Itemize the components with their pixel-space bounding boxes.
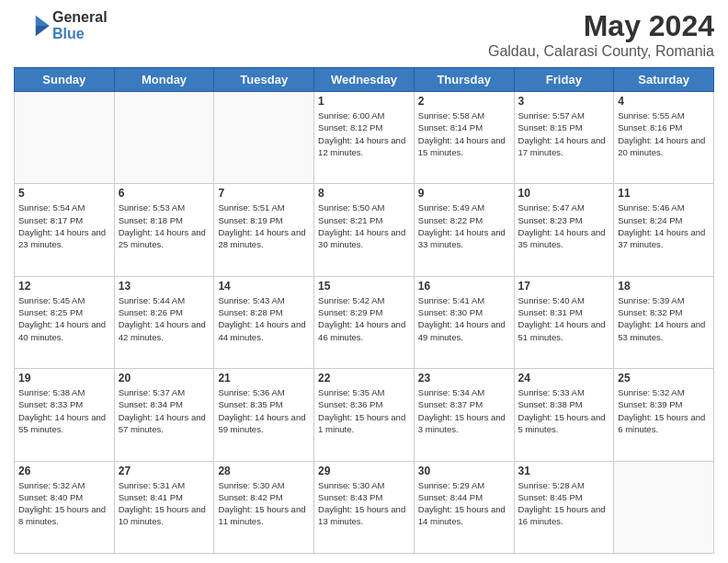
weekday-header-monday: Monday	[114, 68, 214, 92]
day-number: 5	[18, 187, 110, 200]
day-info: Sunrise: 5:36 AMSunset: 8:35 PMDaylight:…	[218, 386, 310, 435]
calendar-cell: 5Sunrise: 5:54 AMSunset: 8:17 PMDaylight…	[15, 184, 115, 276]
day-info: Sunrise: 5:45 AMSunset: 8:25 PMDaylight:…	[18, 294, 110, 343]
day-info: Sunrise: 5:37 AMSunset: 8:34 PMDaylight:…	[119, 386, 210, 435]
day-info: Sunrise: 5:30 AMSunset: 8:42 PMDaylight:…	[218, 479, 310, 528]
calendar-cell	[614, 461, 714, 553]
weekday-header-friday: Friday	[514, 68, 614, 92]
calendar-cell: 19Sunrise: 5:38 AMSunset: 8:33 PMDayligh…	[15, 369, 115, 461]
calendar-cell: 12Sunrise: 5:45 AMSunset: 8:25 PMDayligh…	[15, 276, 115, 368]
day-info: Sunrise: 5:49 AMSunset: 8:22 PMDaylight:…	[418, 201, 510, 250]
day-number: 31	[518, 465, 610, 477]
calendar-cell: 6Sunrise: 5:53 AMSunset: 8:18 PMDaylight…	[114, 184, 214, 276]
day-number: 2	[418, 95, 510, 108]
calendar-cell: 28Sunrise: 5:30 AMSunset: 8:42 PMDayligh…	[214, 461, 314, 553]
calendar-cell: 16Sunrise: 5:41 AMSunset: 8:30 PMDayligh…	[414, 276, 514, 368]
weekday-header-thursday: Thursday	[414, 68, 514, 92]
day-number: 26	[18, 465, 110, 477]
day-info: Sunrise: 5:28 AMSunset: 8:45 PMDaylight:…	[518, 479, 610, 528]
calendar-cell: 23Sunrise: 5:34 AMSunset: 8:37 PMDayligh…	[414, 369, 514, 461]
day-number: 20	[119, 372, 210, 385]
day-info: Sunrise: 5:31 AMSunset: 8:41 PMDaylight:…	[119, 479, 210, 528]
calendar-cell: 4Sunrise: 5:55 AMSunset: 8:16 PMDaylight…	[614, 92, 714, 184]
location-subtitle: Galdau, Calarasi County, Romania	[488, 43, 714, 60]
day-info: Sunrise: 5:38 AMSunset: 8:33 PMDaylight:…	[18, 386, 110, 435]
day-info: Sunrise: 5:29 AMSunset: 8:44 PMDaylight:…	[418, 479, 510, 528]
day-number: 24	[518, 372, 610, 385]
day-number: 23	[418, 372, 510, 385]
weekday-header-row: SundayMondayTuesdayWednesdayThursdayFrid…	[15, 68, 714, 92]
logo-text-block: General Blue	[52, 9, 108, 41]
day-number: 3	[518, 95, 610, 108]
svg-marker-0	[36, 15, 50, 25]
day-number: 8	[318, 187, 410, 200]
svg-marker-1	[36, 26, 50, 36]
weekday-header-wednesday: Wednesday	[314, 68, 415, 92]
logo: General Blue	[14, 9, 108, 41]
day-number: 17	[518, 280, 610, 293]
calendar-cell: 15Sunrise: 5:42 AMSunset: 8:29 PMDayligh…	[314, 276, 415, 368]
calendar-cell: 18Sunrise: 5:39 AMSunset: 8:32 PMDayligh…	[614, 276, 714, 368]
calendar-cell: 22Sunrise: 5:35 AMSunset: 8:36 PMDayligh…	[314, 369, 415, 461]
day-number: 10	[518, 187, 610, 200]
day-info: Sunrise: 6:00 AMSunset: 8:12 PMDaylight:…	[318, 109, 410, 158]
day-info: Sunrise: 5:43 AMSunset: 8:28 PMDaylight:…	[218, 294, 310, 343]
day-info: Sunrise: 5:57 AMSunset: 8:15 PMDaylight:…	[518, 109, 610, 158]
calendar-cell: 20Sunrise: 5:37 AMSunset: 8:34 PMDayligh…	[114, 369, 214, 461]
calendar-cell: 13Sunrise: 5:44 AMSunset: 8:26 PMDayligh…	[114, 276, 214, 368]
day-number: 25	[618, 372, 710, 385]
weekday-header-saturday: Saturday	[614, 68, 714, 92]
day-number: 11	[618, 187, 710, 200]
day-info: Sunrise: 5:33 AMSunset: 8:38 PMDaylight:…	[518, 386, 610, 435]
calendar-cell: 14Sunrise: 5:43 AMSunset: 8:28 PMDayligh…	[214, 276, 314, 368]
header: General Blue May 2024 Galdau, Calarasi C…	[14, 9, 714, 60]
day-number: 1	[318, 95, 410, 108]
calendar-cell	[214, 92, 314, 184]
calendar-cell: 8Sunrise: 5:50 AMSunset: 8:21 PMDaylight…	[314, 184, 415, 276]
weekday-header-tuesday: Tuesday	[214, 68, 314, 92]
day-number: 15	[318, 280, 410, 293]
day-number: 9	[418, 187, 510, 200]
calendar-cell: 1Sunrise: 6:00 AMSunset: 8:12 PMDaylight…	[314, 92, 415, 184]
calendar-cell: 25Sunrise: 5:32 AMSunset: 8:39 PMDayligh…	[614, 369, 714, 461]
logo-general-text: General	[52, 9, 108, 26]
logo-blue-text: Blue	[52, 26, 108, 42]
day-info: Sunrise: 5:58 AMSunset: 8:14 PMDaylight:…	[418, 109, 510, 158]
calendar-cell: 30Sunrise: 5:29 AMSunset: 8:44 PMDayligh…	[414, 461, 514, 553]
calendar-cell: 10Sunrise: 5:47 AMSunset: 8:23 PMDayligh…	[514, 184, 614, 276]
calendar-cell: 29Sunrise: 5:30 AMSunset: 8:43 PMDayligh…	[314, 461, 415, 553]
day-info: Sunrise: 5:35 AMSunset: 8:36 PMDaylight:…	[318, 386, 410, 435]
calendar-cell: 2Sunrise: 5:58 AMSunset: 8:14 PMDaylight…	[414, 92, 514, 184]
calendar-cell: 7Sunrise: 5:51 AMSunset: 8:19 PMDaylight…	[214, 184, 314, 276]
day-number: 30	[418, 465, 510, 477]
day-number: 6	[119, 187, 210, 200]
day-info: Sunrise: 5:51 AMSunset: 8:19 PMDaylight:…	[218, 201, 310, 250]
month-year-title: May 2024	[488, 9, 714, 43]
day-info: Sunrise: 5:39 AMSunset: 8:32 PMDaylight:…	[618, 294, 710, 343]
page: General Blue May 2024 Galdau, Calarasi C…	[0, 0, 728, 563]
calendar-cell: 26Sunrise: 5:32 AMSunset: 8:40 PMDayligh…	[15, 461, 115, 553]
week-row-5: 26Sunrise: 5:32 AMSunset: 8:40 PMDayligh…	[15, 461, 714, 553]
day-info: Sunrise: 5:47 AMSunset: 8:23 PMDaylight:…	[518, 201, 610, 250]
calendar-cell: 24Sunrise: 5:33 AMSunset: 8:38 PMDayligh…	[514, 369, 614, 461]
day-info: Sunrise: 5:40 AMSunset: 8:31 PMDaylight:…	[518, 294, 610, 343]
day-number: 29	[318, 465, 410, 477]
calendar-cell: 9Sunrise: 5:49 AMSunset: 8:22 PMDaylight…	[414, 184, 514, 276]
calendar-cell: 17Sunrise: 5:40 AMSunset: 8:31 PMDayligh…	[514, 276, 614, 368]
day-number: 19	[18, 372, 110, 385]
week-row-1: 1Sunrise: 6:00 AMSunset: 8:12 PMDaylight…	[15, 92, 714, 184]
day-info: Sunrise: 5:44 AMSunset: 8:26 PMDaylight:…	[119, 294, 210, 343]
day-number: 12	[18, 280, 110, 293]
calendar-cell: 21Sunrise: 5:36 AMSunset: 8:35 PMDayligh…	[214, 369, 314, 461]
day-number: 4	[618, 95, 710, 108]
day-number: 21	[218, 372, 310, 385]
day-number: 27	[119, 465, 210, 477]
week-row-2: 5Sunrise: 5:54 AMSunset: 8:17 PMDaylight…	[15, 184, 714, 276]
calendar-cell	[15, 92, 115, 184]
calendar-table: SundayMondayTuesdayWednesdayThursdayFrid…	[14, 67, 714, 554]
logo-icon	[14, 12, 51, 40]
day-info: Sunrise: 5:46 AMSunset: 8:24 PMDaylight:…	[618, 201, 710, 250]
day-info: Sunrise: 5:42 AMSunset: 8:29 PMDaylight:…	[318, 294, 410, 343]
day-number: 7	[218, 187, 310, 200]
day-info: Sunrise: 5:32 AMSunset: 8:39 PMDaylight:…	[618, 386, 710, 435]
